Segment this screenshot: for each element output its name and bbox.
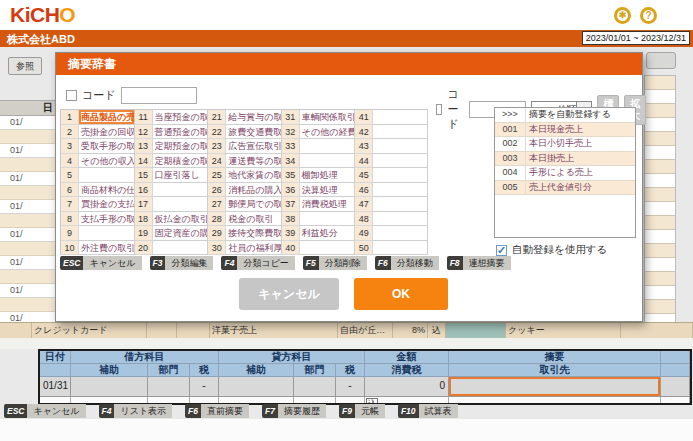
function-key[interactable]: F10 試算表 (398, 404, 458, 418)
category-cell[interactable]: 広告宣伝取引 (226, 139, 282, 154)
code-checkbox-right[interactable] (436, 104, 442, 115)
category-row[interactable]: 13 定期預金の取引 (135, 139, 209, 154)
category-row[interactable]: 12 普通預金の取引 (135, 125, 209, 140)
category-row[interactable]: 18 仮払金の取引 (135, 212, 209, 227)
category-row[interactable]: 17 (135, 197, 209, 212)
category-row[interactable]: 6 商品材料の仕入 (61, 183, 135, 198)
category-cell[interactable]: 税金の取引 (226, 212, 282, 227)
reference-button[interactable]: 参照 (8, 57, 42, 75)
category-cell[interactable] (79, 168, 135, 183)
category-cell[interactable] (373, 125, 428, 140)
category-row[interactable]: 46 (355, 183, 428, 198)
category-row[interactable]: 32 その他の経費 (282, 125, 356, 140)
category-row[interactable]: 27 郵便局での取引 (208, 197, 282, 212)
category-cell[interactable]: 定期預金の取引 (153, 139, 209, 154)
category-row[interactable]: 26 消耗品の購入 (208, 183, 282, 198)
category-cell[interactable]: 売掛金の回収 (79, 125, 135, 140)
function-key[interactable]: F7 摘要履歴 (262, 404, 326, 418)
cancel-button[interactable]: キャンセル (239, 278, 339, 310)
category-row[interactable]: 49 (355, 226, 428, 241)
category-row[interactable]: 40 (282, 241, 356, 256)
fiscal-period[interactable]: 2023/01/01 ~ 2023/12/31 (582, 31, 690, 45)
settings-icon[interactable]: ✱ (614, 7, 631, 24)
category-row[interactable]: 44 (355, 154, 428, 169)
category-cell[interactable] (153, 197, 209, 212)
category-cell[interactable] (300, 212, 356, 227)
category-cell[interactable]: 固定資産の購入 (153, 226, 209, 241)
category-cell[interactable]: 旅費交通費取引 (226, 125, 282, 140)
auto-register-checkbox[interactable]: ✓ (496, 245, 507, 256)
category-cell[interactable]: 当座預金の取引 (153, 110, 209, 125)
category-cell[interactable] (373, 226, 428, 241)
function-key[interactable]: F6 直前摘要 (185, 404, 249, 418)
category-cell[interactable] (300, 139, 356, 154)
category-row[interactable]: 25 地代家賃の取引 (208, 168, 282, 183)
summary-item[interactable]: 004 手形による売上 (495, 166, 635, 181)
category-cell[interactable] (373, 212, 428, 227)
category-cell[interactable] (373, 197, 428, 212)
entry-credit-dept-cell[interactable] (294, 377, 336, 397)
category-row[interactable]: 28 税金の取引 (208, 212, 282, 227)
category-cell[interactable] (153, 241, 209, 256)
category-cell[interactable]: 車輌関係取引 (300, 110, 356, 125)
category-row[interactable]: 24 運送費等の取引 (208, 154, 282, 169)
category-cell[interactable]: その他の収入 (79, 154, 135, 169)
category-row[interactable]: 29 接待交際費取引 (208, 226, 282, 241)
category-cell[interactable]: 支払手形の取引 (79, 212, 135, 227)
category-row[interactable]: 48 (355, 212, 428, 227)
function-key[interactable]: F6 分類移動 (375, 256, 439, 270)
category-cell[interactable]: 消耗品の購入 (226, 183, 282, 198)
category-cell[interactable]: 外注費の取引 (79, 241, 135, 256)
summary-list-header[interactable]: >>> 摘要を自動登録する (495, 108, 635, 123)
category-cell[interactable] (373, 110, 428, 125)
category-row[interactable]: 37 消費税処理 (282, 197, 356, 212)
category-row[interactable]: 39 利益処分 (282, 226, 356, 241)
category-row[interactable]: 8 支払手形の取引 (61, 212, 135, 227)
help-icon[interactable]: ? (640, 7, 657, 24)
category-row[interactable]: 38 (282, 212, 356, 227)
function-key[interactable]: F4 分類コピー (221, 256, 294, 270)
entry-amount-cell[interactable]: 0 (365, 377, 449, 397)
category-cell[interactable]: 商品材料の仕入 (79, 183, 135, 198)
category-cell[interactable]: 地代家賃の取引 (226, 168, 282, 183)
category-cell[interactable]: 接待交際費取引 (226, 226, 282, 241)
category-cell[interactable] (300, 154, 356, 169)
summary-item[interactable]: 005 売上代金値引分 (495, 181, 635, 196)
category-cell[interactable]: 棚卸処理 (300, 168, 356, 183)
category-row[interactable]: 22 旅費交通費取引 (208, 125, 282, 140)
category-row[interactable]: 20 (135, 241, 209, 256)
category-row[interactable]: 42 (355, 125, 428, 140)
category-cell[interactable]: 社員の福利厚生 (226, 241, 282, 256)
category-row[interactable]: 45 (355, 168, 428, 183)
category-cell[interactable] (300, 241, 356, 256)
category-row[interactable]: 1 商品製品の売上 (61, 110, 135, 125)
entry-debit-sub-cell[interactable] (71, 377, 148, 397)
category-row[interactable]: 33 (282, 139, 356, 154)
entry-credit-tax-cell[interactable]: - (336, 377, 365, 397)
category-cell[interactable]: 定期積金の取引 (153, 154, 209, 169)
category-cell[interactable] (373, 183, 428, 198)
function-key[interactable]: ESC キャンセル (60, 256, 142, 270)
summary-item[interactable]: 003 本日掛売上 (495, 152, 635, 167)
category-cell[interactable]: その他の経費 (300, 125, 356, 140)
entry-debit-tax-cell[interactable]: - (190, 377, 219, 397)
category-cell[interactable]: 郵便局での取引 (226, 197, 282, 212)
entry-debit-dept-cell[interactable] (148, 377, 190, 397)
category-row[interactable]: 50 (355, 241, 428, 256)
category-cell[interactable]: 運送費等の取引 (226, 154, 282, 169)
function-key[interactable]: ESC キャンセル (4, 404, 86, 418)
entry-date-cell[interactable]: 01/31 (40, 377, 71, 397)
function-key[interactable]: F8 連想摘要 (447, 256, 511, 270)
category-row[interactable]: 47 (355, 197, 428, 212)
category-row[interactable]: 19 固定資産の購入 (135, 226, 209, 241)
category-cell[interactable]: 仮払金の取引 (153, 212, 209, 227)
summary-item[interactable]: 002 本日小切手売上 (495, 137, 635, 152)
summary-item[interactable]: 001 本日現金売上 (495, 123, 635, 138)
category-cell[interactable] (373, 154, 428, 169)
category-row[interactable]: 11 当座預金の取引 (135, 110, 209, 125)
category-cell[interactable]: 普通預金の取引 (153, 125, 209, 140)
category-cell[interactable]: 消費税処理 (300, 197, 356, 212)
category-row[interactable]: 16 (135, 183, 209, 198)
category-row[interactable]: 21 給与賞与の取引 (208, 110, 282, 125)
category-row[interactable]: 7 買掛金の支払 (61, 197, 135, 212)
